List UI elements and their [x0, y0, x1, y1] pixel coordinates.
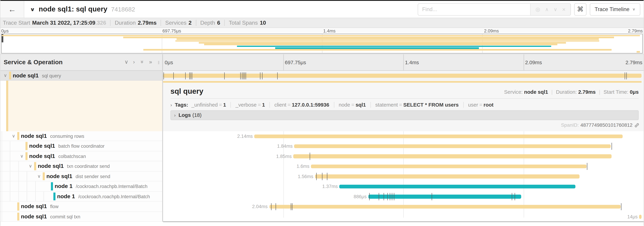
expand-one-icon[interactable]: › [133, 59, 135, 65]
log-tick-mark [392, 193, 392, 200]
minimap-canvas[interactable] [1, 34, 643, 54]
span-bar-row[interactable]: 14μs [163, 211, 644, 222]
tree-row[interactable]: node sql1batch flow coordinator [0, 141, 162, 151]
minimap-span-row [2, 35, 642, 36]
prev-match-icon[interactable]: ∧ [545, 7, 549, 12]
span-bar-row[interactable]: 1.84ms [163, 141, 644, 151]
span-bar-row[interactable]: 1.85ms [163, 151, 644, 161]
find-box: ◎ ∧ ∨ × [418, 3, 571, 16]
span-bar[interactable] [315, 174, 580, 178]
span-bar-row[interactable]: 2.04ms [163, 201, 644, 211]
ruler-tick-label: 2.09ms [525, 60, 542, 65]
tree-row[interactable]: node sql1flow [0, 201, 162, 211]
log-tick-mark [260, 72, 260, 79]
span-bar-row[interactable]: 2.14ms [163, 131, 644, 141]
span-duration-label: 1.85ms [276, 154, 292, 159]
tag-item: user=root [463, 102, 498, 108]
span-color-stripe [17, 212, 20, 220]
span-bar-row[interactable]: 1.56ms [163, 171, 644, 181]
collapse-one-icon[interactable]: ∨ [124, 59, 128, 65]
span-bar-row[interactable]: 886μs [163, 191, 644, 201]
keyboard-shortcuts-button[interactable]: ⌘ [574, 3, 586, 16]
span-service-name: node sql1txn coordinator send [38, 163, 110, 169]
next-match-icon[interactable]: ∨ [554, 7, 557, 12]
tree-row[interactable]: ∨node sql1colbatchscan [0, 151, 162, 161]
span-bar[interactable] [254, 134, 622, 138]
tree-row[interactable]: node 1/cockroach.roachpb.Internal/Batch [0, 191, 162, 201]
minimap-span-row [2, 47, 642, 49]
collapse-trace-chevron-icon[interactable]: ∨ [30, 6, 35, 12]
span-duration-label: 1.6ms [296, 164, 309, 169]
detail-service: node sql1 [524, 89, 548, 95]
tree-row[interactable]: node 1/cockroach.roachpb.Internal/Batch [0, 181, 162, 192]
expand-chevron-icon[interactable]: ∨ [12, 133, 15, 139]
clear-search-icon[interactable]: × [562, 7, 566, 12]
log-tick-mark [190, 72, 191, 79]
span-service-name: node sql1dist sender send [46, 173, 110, 179]
minimap-span-row [2, 40, 642, 42]
minimap-tick-labels: 0μs697.75μs1.4ms2.09ms2.79ms [0, 28, 644, 34]
span-bar[interactable] [269, 205, 620, 209]
ruler-tick-label: 2.79ms [626, 60, 642, 65]
span-duration-label: 1.84ms [277, 144, 292, 149]
logs-accordion[interactable]: › Logs (18) [170, 110, 639, 120]
tree-row[interactable]: ∨node sql1consuming rows [0, 131, 162, 141]
span-bar[interactable] [639, 215, 642, 219]
expand-all-icon[interactable]: » [149, 59, 152, 65]
chevron-right-icon: › [174, 113, 176, 118]
span-tree-panel: Service & Operation ∨ › » » ‖ ∨node sql1… [0, 54, 163, 222]
find-input[interactable] [418, 4, 530, 15]
log-tick-mark [379, 193, 379, 200]
span-bar[interactable] [163, 74, 642, 78]
span-operation-name: txn coordinator send [67, 164, 110, 169]
locate-icon[interactable]: ◎ [536, 7, 540, 12]
span-service-name: node 1/cockroach.roachpb.Internal/Batch [54, 183, 148, 189]
span-operation-name: batch flow coordinator [58, 144, 105, 149]
minimap-tick-label: 697.75μs [162, 29, 181, 33]
span-bar-row[interactable] [163, 71, 644, 81]
view-selector-button[interactable]: Trace Timeline ∨ [590, 3, 640, 16]
span-operation-name: consuming rows [50, 134, 84, 138]
span-detail-bar [163, 81, 642, 83]
span-id-value: 4877749850101760812 [580, 122, 632, 128]
tree-row-selected[interactable]: ∨node sql1sql query [0, 71, 162, 81]
expand-chevron-icon[interactable]: ∨ [29, 163, 32, 169]
span-operation-name: flow [50, 204, 58, 209]
span-bar[interactable] [311, 164, 586, 168]
panel-resize-grabber[interactable]: ‖ [158, 60, 160, 65]
log-tick-mark [291, 203, 291, 210]
span-bar-row[interactable]: 1.37ms [163, 181, 644, 192]
tree-row[interactable]: node sql1commit sql txn [0, 211, 162, 222]
expand-chevron-icon[interactable]: ∨ [4, 73, 7, 78]
minimap-span-row [2, 49, 642, 51]
span-bar[interactable] [294, 144, 611, 148]
tree-row[interactable]: ∨node sql1dist sender send [0, 171, 162, 181]
log-tick-mark [587, 163, 587, 170]
ruler-tick-label: 0μs [165, 60, 173, 65]
detail-left-column [0, 81, 162, 131]
log-tick-mark [388, 193, 388, 200]
expand-chevron-icon[interactable]: ∨ [38, 174, 41, 179]
span-bar-row[interactable]: 1.6ms [163, 161, 644, 171]
span-bar[interactable] [293, 154, 612, 158]
service-operation-title: Service & Operation [4, 59, 62, 65]
back-button[interactable]: ← [0, 1, 24, 18]
deep-link-icon[interactable] [634, 122, 640, 128]
span-bar[interactable] [368, 194, 521, 198]
total-spans-item: Total Spans10 [224, 20, 270, 26]
expand-chevron-icon[interactable]: ∨ [20, 153, 24, 159]
tags-accordion[interactable]: › Tags: _unfinished=1_verbose=1client=12… [170, 101, 639, 109]
log-tick-mark [246, 72, 246, 79]
find-controls: ◎ ∧ ∨ × [530, 4, 570, 15]
span-color-stripe [51, 182, 53, 190]
trace-minimap: 0μs697.75μs1.4ms2.09ms2.79ms [0, 28, 644, 54]
tree-row[interactable]: ∨node sql1txn coordinator send [0, 161, 162, 171]
collapse-all-icon[interactable]: » [140, 60, 145, 63]
detail-duration: 2.79ms [578, 89, 596, 95]
span-service-name: node sql1consuming rows [21, 133, 84, 139]
span-operation-name: /cockroach.roachpb.Internal/Batch [76, 184, 148, 189]
span-bar[interactable] [339, 184, 575, 188]
duration-item: Duration2.79ms [110, 20, 161, 26]
minimap-span-row [2, 42, 642, 43]
minimap-span-row [2, 46, 642, 47]
